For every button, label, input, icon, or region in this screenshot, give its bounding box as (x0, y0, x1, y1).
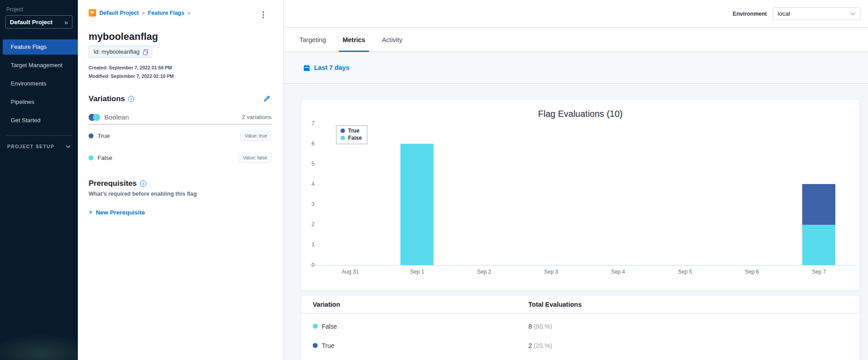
total-evaluations-cell: 2 (20.%) (528, 342, 859, 349)
date-range-button[interactable]: Last 7 days (303, 64, 349, 71)
breadcrumb-project-link[interactable]: Default Project (99, 10, 139, 16)
y-axis-tick-label: 4 (301, 181, 315, 188)
sidebar-nav: Feature FlagsTarget ManagementEnvironmen… (0, 39, 78, 128)
x-axis-tick-label: Sep 6 (725, 269, 779, 275)
new-prerequisite-label: New Prerequisite (96, 209, 145, 216)
y-axis-tick-label: 7 (301, 120, 315, 127)
pencil-icon (263, 95, 271, 103)
info-icon: i (140, 180, 146, 187)
x-axis-tick-label: Sep 4 (591, 269, 645, 275)
variation-type-label: Boolean (104, 113, 129, 121)
plus-icon: + (89, 209, 93, 216)
sidebar-item-feature-flags[interactable]: Feature Flags (3, 39, 78, 55)
variation-name: True (322, 342, 334, 349)
boolean-type-icon (89, 114, 100, 121)
variation-list: TrueValue: trueFalseValue: false (89, 124, 272, 168)
chart-legend: TrueFalse (336, 125, 367, 144)
project-label: Project (6, 6, 78, 13)
legend-item-false: False (340, 135, 362, 141)
y-axis-tick-label: 0 (301, 262, 315, 269)
variations-heading: Variations (89, 94, 125, 103)
breadcrumb-section-link[interactable]: Feature Flags (148, 10, 184, 16)
flag-evaluations-chart: Flag Evaluations (10) TrueFalse 01234567… (301, 100, 859, 291)
double-chevron-icon: » (64, 19, 68, 26)
flag-title: mybooleanflag (89, 31, 272, 43)
x-axis-tick-label: Sep 5 (658, 269, 712, 275)
sidebar: Project Default Project » Feature FlagsT… (0, 0, 78, 360)
x-axis-tick-label: Aug 31 (323, 269, 377, 275)
feature-flag-logo-icon: ⚑ (89, 9, 96, 17)
variation-color-dot (313, 343, 318, 348)
prerequisites-heading: Prerequisites (89, 179, 137, 188)
y-axis-tick-label: 6 (301, 141, 315, 147)
variation-label: False (98, 154, 112, 161)
column-header-variation: Variation (313, 301, 528, 308)
copy-icon[interactable] (143, 49, 147, 54)
sidebar-item-project-setup[interactable]: PROJECT SETUP (7, 144, 71, 149)
app: Project Default Project » Feature FlagsT… (0, 0, 868, 360)
edit-variations-button[interactable] (262, 94, 272, 103)
info-icon: i (128, 96, 134, 102)
variation-label: True (98, 133, 110, 139)
metrics-content: Flag Evaluations (10) TrueFalse 01234567… (284, 84, 868, 360)
project-name: Default Project (10, 19, 52, 26)
main-panel: Environment local TargetingMetricsActivi… (284, 0, 868, 360)
y-axis-tick-label: 5 (301, 161, 315, 167)
new-prerequisite-button[interactable]: + New Prerequisite (89, 209, 272, 216)
chevron-down-icon (850, 12, 855, 16)
chart-title: Flag Evaluations (10) (301, 100, 859, 119)
calendar-icon (303, 64, 310, 71)
x-axis-tick-label: Sep 7 (792, 269, 846, 275)
tab-targeting[interactable]: Targeting (299, 28, 326, 52)
y-axis-tick-label: 1 (301, 241, 315, 248)
kebab-menu-icon[interactable] (261, 10, 266, 20)
evaluation-percent: (20.%) (534, 342, 552, 349)
breadcrumb-separator: > (187, 10, 190, 16)
bar-segment-true-sep-7[interactable] (802, 184, 835, 224)
project-selector[interactable]: Default Project » (5, 15, 72, 29)
variation-color-dot (89, 155, 94, 160)
legend-item-true: True (340, 128, 362, 134)
sidebar-item-pipelines[interactable]: Pipelines (3, 94, 78, 110)
sidebar-item-get-started[interactable]: Get Started (3, 113, 78, 128)
date-range-label: Last 7 days (314, 64, 349, 71)
flag-detail-panel: ⚑ Default Project > Feature Flags > mybo… (78, 0, 284, 360)
table-row-false: False8 (80.%) (301, 317, 859, 336)
bar-segment-false-sep-1[interactable] (400, 144, 434, 265)
environment-select[interactable]: local (773, 7, 860, 20)
created-date: Created: September 7, 2022 01:56 PM (89, 64, 272, 72)
legend-label: True (348, 128, 359, 134)
variation-color-dot (89, 133, 94, 138)
x-axis-tick-label: Sep 3 (524, 269, 578, 275)
legend-swatch (340, 136, 345, 140)
sidebar-item-target-management[interactable]: Target Management (3, 58, 78, 73)
sidebar-item-environments[interactable]: Environments (3, 76, 78, 91)
y-axis-tick-label: 3 (301, 201, 315, 208)
evaluation-count: 8 (528, 323, 534, 330)
x-axis-line (309, 265, 856, 266)
filter-band: Last 7 days (284, 52, 868, 84)
sidebar-divider (6, 135, 72, 136)
variation-row-false: FalseValue: false (89, 146, 272, 168)
bar-segment-false-sep-7[interactable] (802, 225, 835, 265)
modified-date: Modified: September 7, 2022 02:10 PM (89, 72, 272, 81)
variation-value-chip: Value: true (240, 131, 272, 141)
variation-cell: True (313, 342, 528, 349)
environment-selected-value: local (778, 10, 790, 17)
legend-swatch (340, 129, 345, 133)
tab-activity[interactable]: Activity (382, 28, 402, 52)
x-axis-tick-label: Sep 2 (457, 269, 511, 275)
table-row-true: True2 (20.%) (301, 336, 859, 355)
project-setup-label: PROJECT SETUP (7, 144, 55, 149)
variation-type-row: Boolean 2 variations (89, 113, 272, 121)
x-axis-tick-label: Sep 1 (390, 269, 444, 275)
y-axis-tick-label: 2 (301, 221, 315, 228)
total-evaluations-cell: 8 (80.%) (528, 323, 859, 330)
evaluations-table: Variation Total Evaluations False8 (80.%… (301, 296, 859, 360)
decorative-shape (0, 333, 78, 360)
variation-name: False (322, 323, 337, 330)
flag-id-chip[interactable]: Id: mybooleanflag (89, 46, 152, 58)
breadcrumb: ⚑ Default Project > Feature Flags > (89, 0, 272, 17)
table-header-row: Variation Total Evaluations (301, 296, 859, 313)
tab-metrics[interactable]: Metrics (343, 28, 366, 52)
